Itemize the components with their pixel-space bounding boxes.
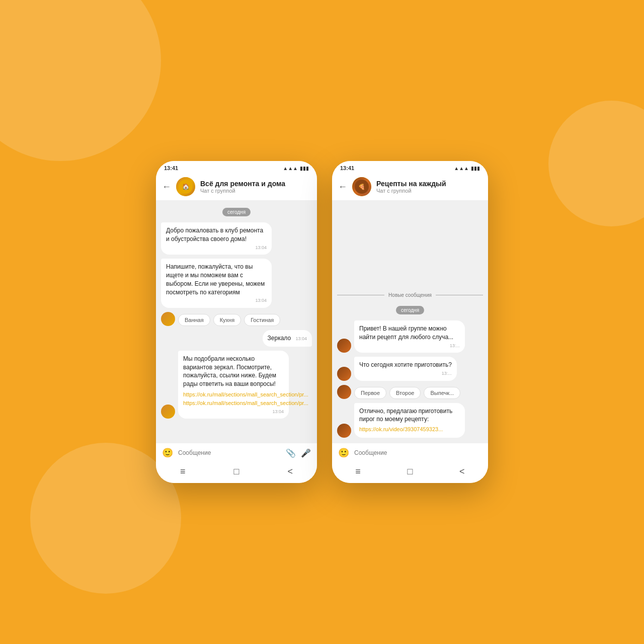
status-bar-2: 13:41 ▲▲▲ ▮▮▮: [332, 161, 488, 173]
link-2[interactable]: https://ok.ru/mall/sections/mall_search_…: [183, 400, 308, 406]
date-pill-2: сегодня: [396, 306, 424, 314]
msg-row-p2-chips: Первое Второе Выпечк...: [337, 385, 483, 399]
signal-icon-2: ▲▲▲: [454, 166, 469, 171]
status-bar-1: 13:41 ▲▲▲ ▮▮▮: [156, 161, 317, 173]
mic-button-1[interactable]: 🎤: [301, 448, 311, 458]
msg-text-2: Напишите, пожалуйста, что вы ищете и мы …: [166, 263, 265, 295]
nav-bar-1: ≡ □ <: [156, 462, 317, 483]
msg-row-chips-1: Ванная Кухня Гостиная: [161, 312, 312, 326]
bubble-4: Мы подобрали несколько вариантов зеркал.…: [178, 351, 289, 419]
phone-2: 13:41 ▲▲▲ ▮▮▮ ← 🍕 Рецепты на каждый Чат …: [332, 161, 488, 483]
small-avatar-p2-3: [337, 385, 351, 399]
bg-blob-3: [548, 101, 644, 226]
svg-text:🍕: 🍕: [358, 183, 365, 190]
avatar-img-2: 🍕: [352, 177, 371, 196]
chip-living[interactable]: Гостиная: [244, 314, 280, 326]
msg-text-4: Мы подобрали несколько вариантов зеркал.…: [183, 355, 276, 387]
nav-home-2[interactable]: □: [408, 466, 413, 477]
links-container: https://ok.ru/mall/sections/mall_search_…: [183, 390, 284, 408]
input-area-2: 🙂: [332, 443, 488, 462]
emoji-button-1[interactable]: 🙂: [162, 447, 173, 458]
chat-subtitle-1: Чат с группой: [200, 188, 311, 194]
chip-row-1: Ванная Кухня Гостиная: [178, 314, 280, 326]
divider-line-left: [337, 295, 384, 295]
bubble-p2-2: Что сегодня хотите приготовить? 13:...: [354, 357, 457, 380]
battery-icon: ▮▮▮: [300, 166, 309, 171]
header-info-1: Всё для ремонта и дома Чат с группой: [200, 180, 311, 194]
phone-1: 13:41 ▲▲▲ ▮▮▮ ← 🏠 Всё для ремонта и дома…: [156, 161, 317, 483]
msg-time-3: 13:04: [295, 336, 307, 341]
date-divider-2: сегодня: [337, 306, 483, 314]
nav-menu-1[interactable]: ≡: [180, 466, 186, 477]
chip-second[interactable]: Второе: [389, 387, 421, 399]
avatar-img-1: 🏠: [176, 177, 195, 196]
msg-time-4: 13:04: [183, 409, 284, 415]
chip-first[interactable]: Первое: [354, 387, 386, 399]
status-time-1: 13:41: [164, 165, 178, 171]
msg-row-p2-1: Привет! В нашей группе можно найти рецеп…: [337, 320, 483, 353]
small-avatar-p2-1: [337, 339, 351, 353]
status-icons-2: ▲▲▲ ▮▮▮: [454, 166, 480, 171]
message-input-2[interactable]: [354, 449, 482, 456]
header-info-2: Рецепты на каждый Чат с группой: [376, 180, 482, 194]
small-avatar-p2-2: [337, 367, 351, 381]
msg-text-3: Зеркало: [268, 335, 291, 342]
small-avatar-p2-4: [337, 424, 351, 438]
chat-header-1: ← 🏠 Всё для ремонта и дома Чат с группой: [156, 173, 317, 201]
msg-time-p2-1: 13:...: [359, 343, 460, 349]
small-avatar-1: [161, 312, 175, 326]
input-area-1: 🙂 📎 🎤: [156, 443, 317, 462]
date-pill-1: сегодня: [222, 208, 251, 216]
small-avatar-2: [161, 405, 175, 419]
recipe-link[interactable]: https://ok.ru/video/39307459323...: [359, 426, 443, 432]
group-avatar-2: 🍕: [352, 177, 371, 196]
msg-row-p2-3: Отлично, предлагаю приготовить пирог по …: [337, 403, 483, 438]
chat-title-2: Рецепты на каждый: [376, 180, 482, 188]
emoji-button-2[interactable]: 🙂: [338, 447, 349, 458]
chip-row-2: Первое Второе Выпечк...: [354, 387, 460, 399]
bubble-p2-3: Отлично, предлагаю приготовить пирог по …: [354, 403, 465, 438]
msg-time-2: 13:04: [166, 297, 267, 304]
back-button-1[interactable]: ←: [162, 182, 171, 192]
phones-container: 13:41 ▲▲▲ ▮▮▮ ← 🏠 Всё для ремонта и дома…: [156, 161, 488, 483]
bubble-3: Зеркало 13:04: [263, 330, 312, 347]
status-time-2: 13:41: [340, 165, 354, 171]
msg-text-p2-3: Отлично, предлагаю приготовить пирог по …: [359, 408, 452, 423]
signal-icon: ▲▲▲: [283, 166, 298, 171]
new-messages-divider: Новые сообщения: [337, 292, 483, 298]
attach-button-1[interactable]: 📎: [286, 448, 296, 458]
battery-icon-2: ▮▮▮: [471, 166, 480, 171]
chip-bathroom[interactable]: Ванная: [178, 314, 210, 326]
nav-home-1[interactable]: □: [234, 466, 239, 477]
divider-line-right: [436, 295, 483, 295]
date-divider-1: сегодня: [161, 208, 312, 216]
msg-row-1: Добро пожаловать в клуб ремонта и обустр…: [161, 222, 312, 255]
msg-row-p2-2: Что сегодня хотите приготовить? 13:...: [337, 357, 483, 380]
bubble-p2-1: Привет! В нашей группе можно найти рецеп…: [354, 320, 465, 353]
bg-blob-1: [0, 0, 161, 161]
nav-back-2[interactable]: <: [459, 466, 465, 477]
msg-row-2: Напишите, пожалуйста, что вы ищете и мы …: [161, 259, 312, 308]
nav-menu-2[interactable]: ≡: [355, 466, 361, 477]
bubble-1: Добро пожаловать в клуб ремонта и обустр…: [161, 222, 272, 255]
link-1[interactable]: https://ok.ru/mall/sections/mall_search_…: [183, 391, 308, 397]
msg-time-1: 13:04: [166, 245, 267, 251]
chat-body-2[interactable]: Новые сообщения сегодня Привет! В нашей …: [332, 201, 488, 443]
chat-subtitle-2: Чат с группой: [376, 188, 482, 194]
chat-header-2: ← 🍕 Рецепты на каждый Чат с группой: [332, 173, 488, 201]
chat-title-1: Всё для ремонта и дома: [200, 180, 311, 188]
message-input-1[interactable]: [178, 449, 281, 456]
msg-row-4: Мы подобрали несколько вариантов зеркал.…: [161, 351, 312, 419]
chip-kitchen[interactable]: Кухня: [213, 314, 241, 326]
empty-space: [337, 206, 483, 286]
status-icons-1: ▲▲▲ ▮▮▮: [283, 166, 309, 171]
bubble-2: Напишите, пожалуйста, что вы ищете и мы …: [161, 259, 272, 308]
back-button-2[interactable]: ←: [338, 182, 347, 192]
group-avatar-1: 🏠: [176, 177, 195, 196]
svg-text:🏠: 🏠: [182, 183, 190, 190]
chat-body-1[interactable]: сегодня Добро пожаловать в клуб ремонта …: [156, 201, 317, 443]
nav-back-1[interactable]: <: [287, 466, 293, 477]
msg-text-p2-1: Привет! В нашей группе можно найти рецеп…: [359, 325, 453, 341]
msg-time-p2-2: 13:...: [359, 370, 452, 377]
chip-baking[interactable]: Выпечк...: [424, 387, 460, 399]
